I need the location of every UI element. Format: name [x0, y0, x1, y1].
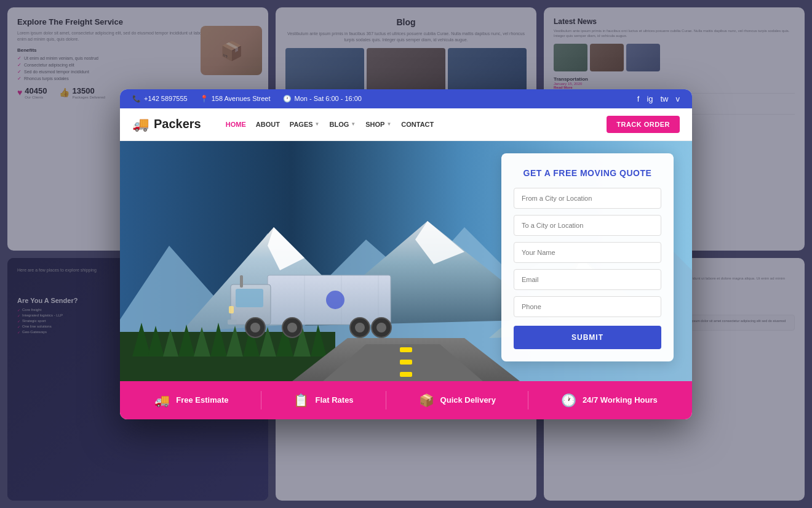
- nav-links: HOME ABOUT PAGES ▼ BLOG ▼ SHOP ▼ CONTACT: [226, 121, 594, 128]
- logo-text: Packers: [154, 117, 201, 131]
- to-location-input[interactable]: [514, 215, 661, 236]
- svg-rect-22: [400, 347, 412, 352]
- track-order-button[interactable]: TRACK ORDER: [607, 116, 680, 133]
- social-links[interactable]: f ig tw v: [637, 94, 680, 103]
- logo-area: 🚚 Packers: [132, 116, 201, 132]
- twitter-icon[interactable]: tw: [661, 94, 669, 103]
- truck-icon: 🚚: [154, 393, 170, 408]
- working-hours-item: 🕐 24/7 Working Hours: [561, 393, 658, 408]
- working-hours-label: 24/7 Working Hours: [583, 395, 658, 405]
- flat-rates-item: 📋 Flat Rates: [293, 393, 353, 408]
- svg-point-34: [250, 323, 260, 333]
- facebook-icon[interactable]: f: [637, 94, 640, 103]
- vimeo-icon[interactable]: v: [676, 94, 680, 103]
- location-icon: 📍: [200, 95, 209, 103]
- truck-svg: [218, 263, 403, 343]
- svg-rect-23: [400, 360, 412, 365]
- divider-3: [528, 391, 528, 409]
- name-input[interactable]: [514, 242, 661, 263]
- logo-icon: 🚚: [132, 116, 149, 132]
- hero-section: GET A FREE MOVING QUOTE SUBMIT: [120, 141, 692, 381]
- nav-pages[interactable]: PAGES ▼: [290, 121, 320, 128]
- top-bar: 📞 +142 5897555 📍 158 Avenues Street 🕐 Mo…: [120, 89, 692, 108]
- nav-shop[interactable]: SHOP ▼: [365, 121, 391, 128]
- phone-info: 📞 +142 5897555: [132, 95, 188, 103]
- nav-about[interactable]: ABOUT: [256, 121, 280, 128]
- bottom-bar: 🚚 Free Estimate 📋 Flat Rates 📦 Quick Del…: [120, 381, 692, 419]
- free-estimate-label: Free Estimate: [176, 395, 228, 405]
- hours-info: 🕐 Mon - Sat 6:00 - 16:00: [283, 95, 362, 103]
- phone-input[interactable]: [514, 296, 661, 317]
- modal-window: 📞 +142 5897555 📍 158 Avenues Street 🕐 Mo…: [120, 89, 692, 419]
- quick-delivery-label: Quick Delivery: [440, 395, 496, 405]
- box-icon: 📦: [419, 393, 434, 408]
- submit-button[interactable]: SUBMIT: [514, 326, 661, 349]
- email-input[interactable]: [514, 269, 661, 290]
- svg-point-38: [355, 323, 365, 333]
- quick-delivery-item: 📦 Quick Delivery: [419, 393, 496, 408]
- top-bar-left: 📞 +142 5897555 📍 158 Avenues Street 🕐 Mo…: [132, 95, 362, 103]
- svg-rect-41: [228, 320, 237, 325]
- quote-form-title: GET A FREE MOVING QUOTE: [514, 168, 661, 178]
- nav-home[interactable]: HOME: [226, 121, 246, 128]
- svg-rect-32: [240, 275, 243, 288]
- svg-rect-31: [236, 289, 263, 307]
- svg-rect-24: [400, 372, 412, 377]
- free-estimate-item: 🚚 Free Estimate: [154, 393, 228, 408]
- modal-overlay: 📞 +142 5897555 📍 158 Avenues Street 🕐 Mo…: [0, 0, 812, 508]
- flat-rates-label: Flat Rates: [315, 395, 353, 405]
- clock-icon: 🕐: [283, 95, 292, 103]
- from-location-input[interactable]: [514, 188, 661, 209]
- svg-point-36: [287, 323, 297, 333]
- hours-text: Mon - Sat 6:00 - 16:00: [295, 95, 362, 102]
- divider-2: [386, 391, 386, 409]
- svg-point-29: [326, 291, 344, 309]
- svg-point-40: [376, 323, 386, 333]
- nav-blog[interactable]: BLOG ▼: [329, 121, 356, 128]
- quote-form: GET A FREE MOVING QUOTE SUBMIT: [501, 153, 674, 361]
- address-text: 158 Avenues Street: [212, 95, 271, 102]
- clock-icon-bottom: 🕐: [561, 393, 576, 408]
- nav-bar: 🚚 Packers HOME ABOUT PAGES ▼ BLOG ▼ SHOP…: [120, 108, 692, 141]
- nav-contact[interactable]: CONTACT: [401, 121, 434, 128]
- instagram-icon[interactable]: ig: [647, 94, 653, 103]
- divider-1: [261, 391, 261, 409]
- address-info: 📍 158 Avenues Street: [200, 95, 271, 103]
- phone-icon: 📞: [132, 95, 141, 103]
- document-icon: 📋: [293, 393, 309, 408]
- svg-rect-42: [229, 306, 234, 313]
- phone-number: +142 5897555: [144, 95, 188, 102]
